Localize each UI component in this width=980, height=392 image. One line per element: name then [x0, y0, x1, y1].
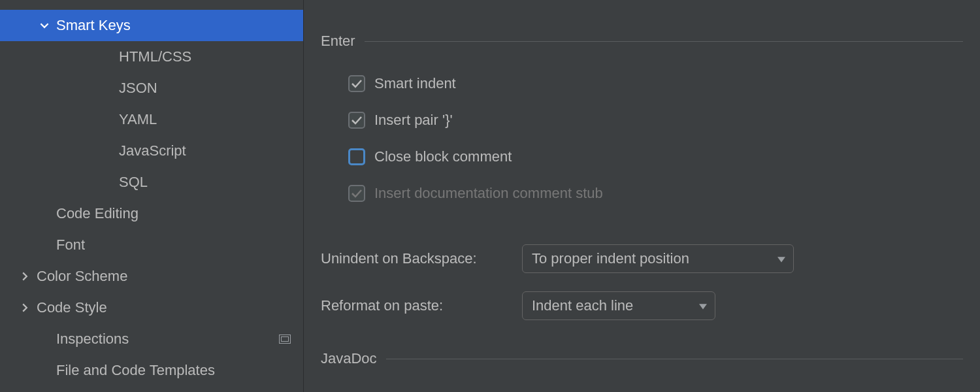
sidebar-item-label: HTML/CSS [119, 48, 303, 65]
dropdown-value: Indent each line [532, 297, 633, 314]
sidebar-item-label: Smart Keys [56, 17, 303, 34]
section-divider [365, 41, 963, 42]
sidebar-item-label: Code Style [37, 299, 303, 316]
option-row: Smart indent [348, 65, 963, 102]
sidebar-item-label: Code Editing [56, 205, 303, 222]
settings-sidebar: Smart KeysHTML/CSSJSONYAMLJavaScriptSQLC… [0, 0, 304, 392]
form-row: Unindent on Backspace:To proper indent p… [321, 235, 963, 282]
sidebar-item[interactable]: HTML/CSS [0, 41, 303, 73]
checkbox [348, 185, 365, 202]
section-title: Enter [321, 33, 355, 50]
dropdown[interactable]: To proper indent position [522, 244, 794, 273]
checkbox[interactable] [348, 75, 365, 92]
sidebar-item[interactable]: Smart Keys [0, 10, 303, 41]
sidebar-item-label: JSON [119, 80, 303, 97]
sidebar-item-label: Color Scheme [37, 268, 303, 285]
section-enter: Enter [321, 33, 963, 50]
chevron-right-icon[interactable] [17, 272, 33, 281]
chevron-down-icon[interactable] [37, 21, 52, 30]
settings-content: Enter Smart indentInsert pair '}'Close b… [304, 0, 980, 392]
sidebar-item-label: SQL [119, 174, 303, 191]
sidebar-item-label: JavaScript [119, 142, 303, 159]
profile-scope-icon [278, 334, 291, 344]
sidebar-item[interactable]: Color Scheme [0, 261, 303, 292]
form-label: Unindent on Backspace: [321, 250, 522, 267]
sidebar-item[interactable]: Font [0, 229, 303, 261]
section-title: JavaDoc [321, 350, 377, 367]
option-label: Insert pair '}' [374, 112, 453, 129]
svg-rect-1 [282, 337, 289, 342]
sidebar-item[interactable]: File and Code Templates [0, 355, 303, 386]
option-row: Insert documentation comment stub [348, 175, 963, 212]
sidebar-item-label: File and Code Templates [56, 362, 303, 379]
option-label: Smart indent [374, 75, 456, 92]
form-rows: Unindent on Backspace:To proper indent p… [321, 235, 963, 329]
option-row: Insert pair '}' [348, 102, 963, 139]
section-javadoc: JavaDoc [321, 350, 963, 367]
sidebar-item[interactable]: Code Style [0, 292, 303, 323]
dropdown[interactable]: Indent each line [522, 291, 715, 320]
sidebar-item[interactable]: JSON [0, 73, 303, 104]
form-label: Reformat on paste: [321, 297, 522, 314]
sidebar-item[interactable]: Inspections [0, 323, 303, 355]
form-row: Reformat on paste:Indent each line [321, 282, 963, 329]
sidebar-item-label: Font [56, 237, 303, 253]
option-label: Close block comment [374, 148, 512, 165]
sidebar-item[interactable]: Code Editing [0, 198, 303, 229]
dropdown-value: To proper indent position [532, 250, 689, 267]
chevron-right-icon[interactable] [17, 303, 33, 312]
caret-down-icon [683, 297, 707, 314]
sidebar-item-label: Inspections [56, 331, 278, 348]
sidebar-item[interactable]: SQL [0, 167, 303, 198]
option-label: Insert documentation comment stub [374, 185, 603, 202]
sidebar-item-label: YAML [119, 111, 303, 128]
caret-down-icon [762, 250, 785, 267]
sidebar-item[interactable]: YAML [0, 104, 303, 135]
section-divider [386, 359, 963, 359]
sidebar-item[interactable]: JavaScript [0, 135, 303, 167]
enter-options: Smart indentInsert pair '}'Close block c… [321, 65, 963, 212]
option-row: Close block comment [348, 139, 963, 175]
checkbox[interactable] [348, 112, 365, 129]
checkbox[interactable] [348, 148, 365, 165]
